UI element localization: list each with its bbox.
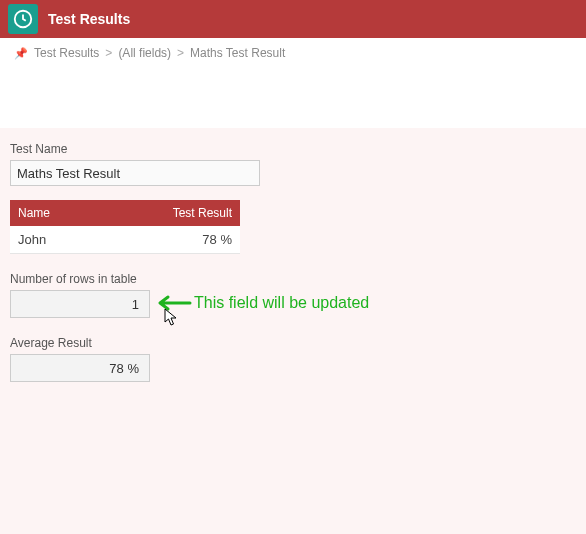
breadcrumb-separator: >	[105, 46, 112, 60]
num-rows-input[interactable]	[10, 290, 150, 318]
cell-result: 78 %	[100, 226, 241, 254]
table-header-result: Test Result	[100, 200, 241, 226]
cell-name: John	[10, 226, 100, 254]
breadcrumb-item[interactable]: Test Results	[34, 46, 99, 60]
table-header-name: Name	[10, 200, 100, 226]
test-name-label: Test Name	[10, 142, 576, 156]
breadcrumb-separator: >	[177, 46, 184, 60]
test-name-input[interactable]	[10, 160, 260, 186]
page-title: Test Results	[48, 11, 130, 27]
avg-result-input[interactable]	[10, 354, 150, 382]
app-header: Test Results	[0, 0, 586, 38]
table-row[interactable]: John 78 %	[10, 226, 240, 254]
content-area: Test Name Name Test Result John 78 % Num…	[0, 128, 586, 534]
avg-result-label: Average Result	[10, 336, 576, 350]
clock-icon	[8, 4, 38, 34]
pin-icon: 📌	[14, 47, 28, 60]
breadcrumb: 📌 Test Results > (All fields) > Maths Te…	[0, 38, 586, 68]
breadcrumb-item[interactable]: Maths Test Result	[190, 46, 285, 60]
num-rows-label: Number of rows in table	[10, 272, 576, 286]
breadcrumb-item[interactable]: (All fields)	[118, 46, 171, 60]
results-table: Name Test Result John 78 %	[10, 200, 240, 254]
